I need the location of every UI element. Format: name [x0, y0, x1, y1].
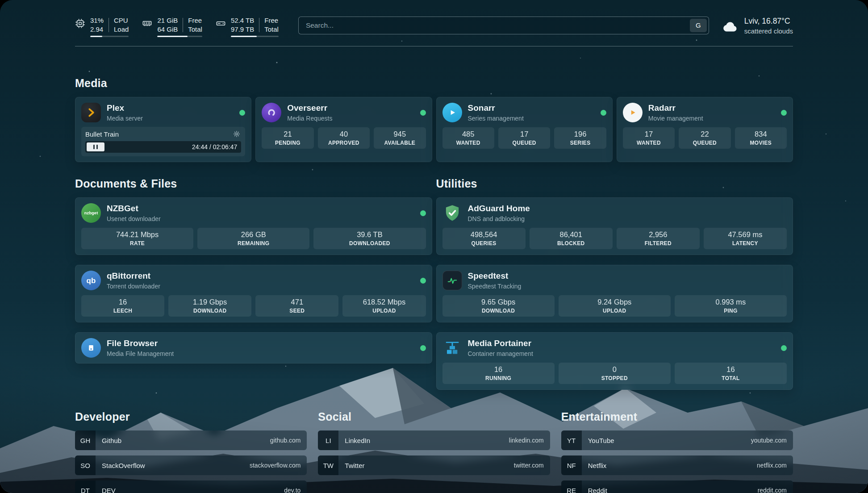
app-card-qbittorrent[interactable]: qb qBittorrent Torrent downloader 16 LEE…: [75, 265, 432, 322]
github-icon: GH: [75, 430, 96, 450]
app-description: Container management: [468, 350, 533, 357]
link-netflix[interactable]: NF Netflix netflix.com: [561, 455, 793, 475]
pause-button[interactable]: [87, 142, 104, 151]
app-description: Speedtest Tracking: [468, 283, 522, 290]
section-title-social: Social: [318, 410, 550, 423]
cpu-label-top: CPU: [114, 16, 129, 25]
stat-label: PING: [676, 308, 785, 314]
stat-box: 945 AVAILABLE: [374, 127, 426, 149]
status-dot: [420, 110, 426, 116]
nzbget-icon: nzbget: [81, 203, 101, 223]
app-description: Torrent downloader: [107, 283, 160, 290]
link-stackoverflow[interactable]: SO StackOverflow stackoverflow.com: [75, 455, 307, 475]
speedtest-icon: [442, 271, 462, 290]
stat-box: 498,564 QUERIES: [442, 228, 526, 249]
stat-label: DOWNLOAD: [444, 308, 553, 314]
app-name: Media Portainer: [468, 338, 533, 349]
status-dot: [420, 278, 426, 284]
stat-value: 21: [263, 130, 312, 138]
app-card-filebrowser[interactable]: File Browser Media File Management: [75, 332, 432, 363]
stat-label: DOWNLOADED: [315, 240, 424, 246]
app-card-sonarr[interactable]: Sonarr Series management 485 WANTED 17 Q…: [436, 97, 613, 162]
stat-box: 47.569 ms LATENCY: [704, 228, 787, 249]
radarr-icon: [623, 103, 643, 122]
youtube-icon: YT: [561, 430, 582, 450]
app-name: File Browser: [107, 338, 174, 349]
status-dot: [420, 345, 426, 351]
stat-box: 0.993 ms PING: [675, 295, 787, 317]
stat-value: 39.6 TB: [315, 230, 424, 239]
link-twitter[interactable]: TW Twitter twitter.com: [318, 455, 550, 475]
stat-value: 945: [376, 130, 424, 138]
app-name: Radarr: [648, 103, 703, 113]
app-name: AdGuard Home: [468, 204, 530, 214]
weather-widget: Lviv, 16.87°C scattered clouds: [722, 17, 793, 35]
stat-value: 40: [320, 130, 368, 138]
section-title-documents: Documents & Files: [75, 177, 432, 190]
storage-usage-bar: [231, 36, 279, 37]
link-linkedin[interactable]: LI LinkedIn linkedin.com: [318, 430, 550, 450]
app-card-portainer[interactable]: Media Portainer Container management 16 …: [436, 332, 793, 390]
app-name: Speedtest: [468, 271, 522, 281]
filebrowser-icon: [81, 338, 101, 358]
link-reddit[interactable]: RE Reddit reddit.com: [561, 480, 793, 493]
link-name: Netflix: [588, 462, 607, 469]
cpu-load-value: 2.94: [90, 25, 104, 34]
qbittorrent-icon: qb: [81, 271, 101, 290]
gear-icon[interactable]: [232, 130, 241, 138]
app-card-speedtest[interactable]: Speedtest Speedtest Tracking 9.65 Gbps D…: [436, 265, 793, 322]
plex-now-playing: Bullet Train 24:44 / 02:06:4: [81, 127, 245, 156]
app-description: Media File Management: [107, 350, 174, 357]
links-developer: Developer GH Github github.com SO StackO…: [75, 410, 307, 493]
app-card-adguard[interactable]: AdGuard Home DNS and adblocking 498,564 …: [436, 197, 793, 255]
search-engine-button[interactable]: G: [690, 19, 707, 32]
stat-box: 196 SERIES: [554, 127, 606, 149]
app-card-nzbget[interactable]: nzbget NZBGet Usenet downloader 744.21 M…: [75, 197, 432, 255]
stat-label: TOTAL: [676, 375, 785, 381]
cpu-percent: 31%: [90, 16, 104, 25]
link-name: YouTube: [588, 437, 614, 444]
link-url: twitter.com: [514, 462, 550, 469]
app-card-radarr[interactable]: Radarr Movie management 17 WANTED 22 QUE…: [617, 97, 793, 162]
storage-label-bottom: Total: [264, 25, 279, 34]
cpu-monitor: 31% 2.94 CPU Load: [75, 16, 129, 37]
stat-label: WANTED: [444, 140, 492, 146]
stat-label: QUEUED: [680, 140, 729, 146]
app-name: qBittorrent: [107, 271, 160, 281]
stat-label: MOVIES: [737, 140, 785, 146]
stat-box: 86,401 BLOCKED: [530, 228, 613, 249]
status-dot: [420, 210, 426, 216]
stat-label: RATE: [83, 240, 192, 246]
memory-usage-bar: [157, 36, 202, 37]
cloud-icon: [722, 19, 739, 33]
stat-box: 1.19 Gbps DOWNLOAD: [168, 295, 251, 317]
stat-label: PENDING: [263, 140, 312, 146]
stat-box: 16 RUNNING: [442, 363, 555, 384]
portainer-icon: [442, 338, 462, 358]
link-name: Reddit: [588, 487, 607, 493]
app-name: NZBGet: [107, 204, 161, 214]
link-github[interactable]: GH Github github.com: [75, 430, 307, 450]
stat-value: 16: [444, 365, 553, 374]
stat-box: 21 PENDING: [262, 127, 313, 149]
section-utilities: Utilities: [436, 177, 793, 390]
stat-label: REMAINING: [199, 240, 308, 246]
link-name: Github: [102, 437, 121, 444]
stat-box: 17 WANTED: [623, 127, 675, 149]
netflix-icon: NF: [561, 455, 582, 475]
storage-free-value: 52.4 TB: [231, 16, 254, 25]
sonarr-icon: [442, 103, 462, 122]
stat-label: APPROVED: [320, 140, 368, 146]
link-youtube[interactable]: YT YouTube youtube.com: [561, 430, 793, 450]
link-name: DEV: [102, 487, 116, 493]
stat-value: 0: [560, 365, 669, 374]
stat-value: 9.65 Gbps: [444, 298, 553, 306]
app-card-plex[interactable]: Plex Media server Bullet Train: [75, 97, 251, 162]
seek-track[interactable]: [104, 142, 192, 151]
app-card-overseerr[interactable]: Overseerr Media Requests 21 PENDING 40 A…: [255, 97, 432, 162]
link-dev[interactable]: DT DEV dev.to: [75, 480, 307, 493]
weather-condition: scattered clouds: [744, 27, 793, 35]
search-input[interactable]: [299, 21, 690, 29]
cpu-usage-bar: [90, 36, 129, 37]
link-url: github.com: [270, 437, 307, 444]
